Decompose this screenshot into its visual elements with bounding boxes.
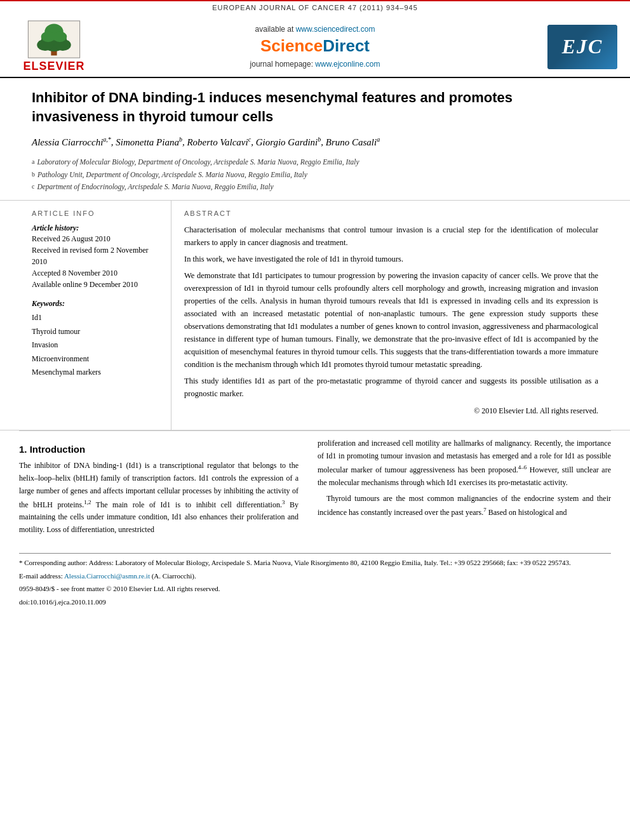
sciencedirect-section: available at www.sciencedirect.com Scien…	[95, 25, 535, 69]
article-history: Article history: Received 26 August 2010…	[32, 223, 161, 290]
intro-para-right-2: Thyroid tumours are the most common mali…	[318, 493, 611, 519]
email-label: E-mail address:	[19, 572, 63, 580]
elsevier-logo-section: ELSEVIER	[13, 20, 95, 73]
author-1: Alessia Ciarrocchia,*, Simonetta Pianab,…	[32, 137, 380, 147]
intro-left-text: The inhibitor of DNA binding-1 (Id1) is …	[19, 460, 298, 537]
revised-date: Received in revised form 2 November 2010	[32, 244, 161, 267]
abstract-para-2: In this work, we have investigated the r…	[184, 253, 598, 265]
main-left-column: 1. Introduction The inhibitor of DNA bin…	[19, 437, 311, 540]
history-label: Article history:	[32, 223, 161, 233]
main-right-column: proliferation and increased cell motilit…	[311, 437, 611, 540]
email-suffix: (A. Ciarrocchi).	[152, 572, 196, 580]
journal-url-link[interactable]: www.ejconline.com	[315, 60, 380, 69]
abstract-column: ABSTRACT Characterisation of molecular m…	[171, 201, 611, 430]
email-link[interactable]: Alessia.Ciarrocchi@asmn.re.it	[64, 572, 150, 580]
ejc-wordmark: EJC	[562, 35, 603, 58]
available-at-text: available at www.sciencedirect.com	[108, 25, 522, 34]
keyword-5: Mesenchymal markers	[32, 366, 161, 380]
article-title-section: Inhibitor of DNA binding-1 induces mesen…	[0, 78, 630, 201]
corresponding-author-note: * Corresponding author: Address: Laborat…	[19, 557, 611, 569]
article-info-abstract-section: ARTICLE INFO Article history: Received 2…	[0, 201, 630, 430]
affiliation-a: a Laboratory of Molecular Biology, Depar…	[32, 156, 598, 169]
svg-point-7	[53, 32, 67, 43]
section-title: Introduction	[30, 444, 85, 455]
ejc-logo-section: EJC	[535, 25, 617, 69]
intro-right-text: proliferation and increased cell motilit…	[318, 437, 611, 519]
footnote-section: * Corresponding author: Address: Laborat…	[19, 553, 611, 608]
sciencedirect-link[interactable]: www.sciencedirect.com	[296, 25, 375, 34]
online-date: Available online 9 December 2010	[32, 279, 161, 290]
article-title: Inhibitor of DNA binding-1 induces mesen…	[32, 88, 598, 126]
affiliation-c: c Department of Endocrinology, Arcispeda…	[32, 181, 598, 194]
issn-note: 0959-8049/$ - see front matter © 2010 El…	[19, 583, 611, 595]
journal-name: EUROPEAN JOURNAL OF CANCER 47 (2011) 934…	[212, 4, 418, 11]
section-number: 1.	[19, 444, 27, 455]
received-date: Received 26 August 2010	[32, 233, 161, 244]
accepted-date: Accepted 8 November 2010	[32, 267, 161, 279]
article-info-label: ARTICLE INFO	[32, 210, 161, 217]
sciencedirect-logo: ScienceDirect	[260, 36, 370, 56]
affiliations: a Laboratory of Molecular Biology, Depar…	[32, 156, 598, 194]
keyword-4: Microenvironment	[32, 352, 161, 366]
intro-para-right-1: proliferation and increased cell motilit…	[318, 437, 611, 489]
journal-homepage-text: journal homepage: www.ejconline.com	[108, 60, 522, 69]
intro-para-1: The inhibitor of DNA binding-1 (Id1) is …	[19, 460, 298, 537]
keywords-section: Keywords: Id1 Thyroid tumour Invasion Mi…	[32, 299, 161, 380]
abstract-para-1: Characterisation of molecular mechanisms…	[184, 223, 598, 249]
authors-list: Alessia Ciarrocchia,*, Simonetta Pianab,…	[32, 135, 598, 150]
keyword-2: Thyroid tumour	[32, 325, 161, 339]
page: EUROPEAN JOURNAL OF CANCER 47 (2011) 934…	[0, 0, 630, 608]
abstract-text: Characterisation of molecular mechanisms…	[184, 223, 598, 417]
ejc-logo: EJC	[547, 25, 617, 69]
abstract-para-4: This study identifies Id1 as part of the…	[184, 375, 598, 400]
article-info-column: ARTICLE INFO Article history: Received 2…	[19, 201, 171, 430]
abstract-label: ABSTRACT	[184, 210, 598, 217]
copyright-text: © 2010 Elsevier Ltd. All rights reserved…	[184, 405, 598, 417]
email-note: E-mail address: Alessia.Ciarrocchi@asmn.…	[19, 571, 611, 582]
doi-note: doi:10.1016/j.ejca.2010.11.009	[19, 597, 611, 608]
section-1-heading: 1. Introduction	[19, 444, 298, 455]
elsevier-tree-icon	[25, 20, 83, 58]
keywords-label: Keywords:	[32, 299, 161, 309]
journal-banner: EUROPEAN JOURNAL OF CANCER 47 (2011) 934…	[0, 0, 630, 14]
journal-header: ELSEVIER available at www.sciencedirect.…	[0, 14, 630, 78]
elsevier-logo: ELSEVIER	[13, 20, 95, 73]
affiliation-b: b Pathology Unit, Department of Oncology…	[32, 169, 598, 182]
main-content: 1. Introduction The inhibitor of DNA bin…	[0, 431, 630, 547]
keyword-1: Id1	[32, 311, 161, 325]
keyword-3: Invasion	[32, 338, 161, 352]
abstract-para-3: We demonstrate that Id1 participates to …	[184, 269, 598, 371]
elsevier-wordmark: ELSEVIER	[23, 60, 84, 73]
